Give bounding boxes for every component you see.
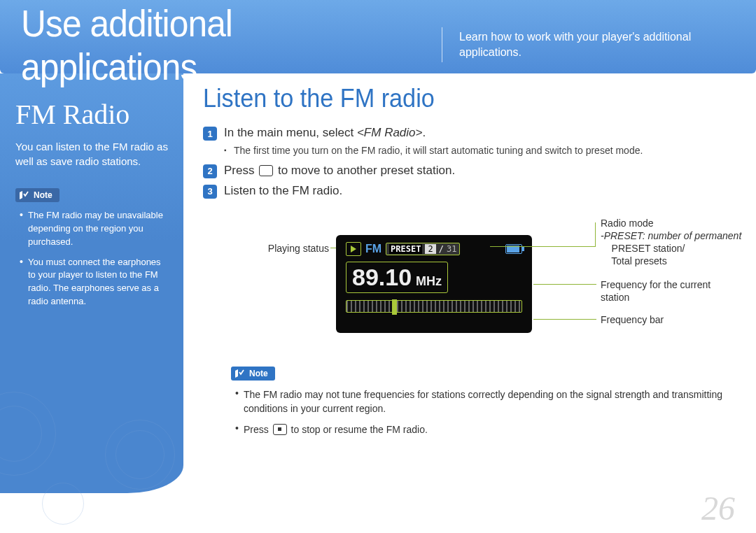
- preset-total: 31: [447, 244, 456, 254]
- step-sub-item: The first time you turn on the FM radio,…: [224, 144, 735, 158]
- device-screen: FM PRESET 2 / 31 89.10 MHz: [336, 235, 532, 333]
- frequency-bar: [346, 300, 522, 313]
- page-title: Use additional applications: [21, 1, 388, 88]
- sidebar-notes-list: The FM radio may be unavailable dependin…: [15, 209, 168, 308]
- main-note-section: Note The FM radio may not tune frequenci…: [203, 367, 735, 437]
- main-notes-list: The FM radio may not tune frequencies fo…: [231, 388, 735, 437]
- callout-text: -PRESET: number of permanent: [601, 230, 741, 241]
- page-subtitle: Learn how to work with your player's add…: [459, 29, 735, 59]
- preset-current: 2: [425, 244, 435, 254]
- step-number: 3: [203, 185, 217, 199]
- note-text: to stop or resume the FM radio.: [288, 424, 428, 435]
- sidebar-title: FM Radio: [15, 98, 168, 131]
- step-3: 3 Listen to the FM radio.: [203, 184, 735, 199]
- callout-frequency: Frequency for the current station: [601, 278, 713, 304]
- svg-marker-1: [235, 369, 238, 378]
- nav-button-icon: [259, 165, 273, 176]
- step-body: In the main menu, select <FM Radio>. The…: [224, 126, 735, 158]
- note-text: Press: [244, 424, 272, 435]
- preset-sep: /: [439, 244, 444, 254]
- main-note-item: The FM radio may not tune frequencies fo…: [235, 388, 735, 416]
- step-2: 2 Press to move to another preset statio…: [203, 164, 735, 178]
- frequency-unit: MHz: [416, 274, 442, 289]
- callout-text: Radio mode: [601, 218, 654, 229]
- step-number: 2: [203, 164, 217, 178]
- step-number: 1: [203, 127, 217, 141]
- step-1: 1 In the main menu, select <FM Radio>. T…: [203, 126, 735, 158]
- note-label: Note: [249, 369, 268, 378]
- callout-line: [533, 319, 596, 320]
- step-em: <FM Radio>: [357, 126, 423, 139]
- callout-line: [533, 284, 596, 285]
- note-icon: [234, 368, 246, 379]
- main-content: Listen to the FM radio 1 In the main men…: [203, 84, 735, 443]
- main-heading: Listen to the FM radio: [203, 84, 708, 113]
- decoration-circle: [115, 430, 164, 479]
- note-icon: [18, 190, 31, 201]
- step-text: In the main menu, select: [224, 126, 357, 139]
- main-note-badge: Note: [231, 367, 275, 381]
- callout-line: [595, 222, 596, 247]
- preset-indicator: PRESET 2 / 31: [386, 243, 460, 255]
- step-text: to move to another preset station.: [274, 164, 455, 177]
- play-icon: [346, 242, 361, 256]
- main-note-item: Press to stop or resume the FM radio.: [235, 422, 735, 436]
- sidebar-note-item: The FM radio may be unavailable dependin…: [20, 209, 168, 249]
- stop-button-icon: [273, 424, 287, 435]
- callout-playing-status: Playing status: [231, 242, 329, 255]
- note-label: Note: [34, 190, 52, 200]
- decoration-circle: [42, 483, 84, 525]
- device-diagram: Playing status FM PRESET 2 / 31 89.10 MH…: [231, 213, 707, 353]
- frequency-value: 89.10: [352, 264, 412, 291]
- header-divider: [442, 27, 442, 62]
- step-body: Press to move to another preset station.: [224, 164, 735, 178]
- step-text: Press: [224, 164, 258, 177]
- step-sub-list: The first time you turn on the FM radio,…: [224, 144, 735, 158]
- preset-label: PRESET: [389, 244, 422, 254]
- step-text: .: [422, 126, 426, 139]
- device-status-bar: FM PRESET 2 / 31: [346, 242, 522, 256]
- callout-radio-mode: Radio mode -PRESET: number of permanent …: [601, 217, 755, 268]
- callout-text: PRESET station/: [612, 243, 685, 254]
- frequency-display: 89.10 MHz: [346, 262, 448, 293]
- svg-marker-0: [20, 191, 22, 199]
- fm-label: FM: [365, 243, 382, 255]
- callout-line: [490, 246, 595, 247]
- page-number: 26: [701, 489, 735, 527]
- callout-text: Total presets: [611, 255, 666, 266]
- callout-freq-bar: Frequency bar: [601, 313, 713, 326]
- sidebar-note-badge: Note: [15, 188, 59, 202]
- step-text: Listen to the FM radio.: [224, 184, 342, 197]
- page-header: Use additional applications Learn how to…: [0, 0, 756, 73]
- sidebar-note-item: You must connect the earphones to your p…: [20, 256, 168, 308]
- sidebar-intro: You can listen to the FM radio as well a…: [15, 139, 168, 169]
- step-body: Listen to the FM radio.: [224, 184, 735, 198]
